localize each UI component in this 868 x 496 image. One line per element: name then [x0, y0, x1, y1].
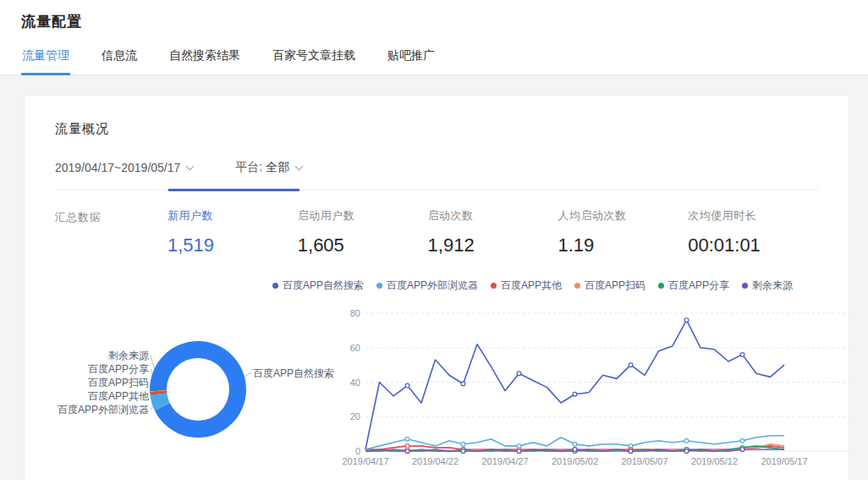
legend-label: 百度APP自然搜索	[283, 278, 364, 293]
legend-dot-icon	[376, 283, 382, 289]
x-tick-label: 2019/05/17	[761, 456, 807, 466]
legend-dot-icon	[272, 283, 278, 289]
data-point-marker	[573, 448, 577, 452]
metric-value: 1.19	[558, 234, 688, 256]
data-point-marker	[629, 449, 633, 454]
legend-item-1[interactable]: 百度APP外部浏览器	[376, 278, 478, 293]
legend-dot-icon	[742, 283, 748, 289]
filters-row: 2019/04/17~2019/05/17 平台: 全部	[55, 160, 818, 175]
legend-item-5[interactable]: 剩余来源	[742, 278, 793, 293]
charts-row: 剩余来源百度APP分享百度APP扫码百度APP其他百度APP外部浏览器 百度AP…	[55, 273, 818, 484]
tab-1[interactable]: 信息流	[101, 41, 138, 75]
donut-ring[interactable]	[150, 341, 246, 438]
data-point-marker	[517, 449, 521, 454]
metric-label: 次均使用时长	[688, 208, 818, 223]
x-tick-label: 2019/04/17	[342, 456, 388, 466]
legend-item-0[interactable]: 百度APP自然搜索	[272, 278, 364, 293]
metric-value: 1,912	[428, 234, 558, 256]
line-series-0	[365, 320, 784, 449]
data-point-marker	[461, 442, 465, 446]
data-point-marker	[405, 437, 409, 441]
platform-select[interactable]: 平台: 全部	[235, 160, 302, 175]
stats-row: 汇总数据 新用户数1,519启动用户数1,605启动次数1,912人均启动次数1…	[55, 190, 818, 256]
legend-dot-icon	[574, 283, 580, 289]
tab-4[interactable]: 贴吧推广	[387, 41, 436, 75]
metric-0[interactable]: 新用户数1,519	[168, 208, 298, 256]
pie-label: 百度APP外部浏览器	[55, 403, 149, 416]
page-header: 流量配置	[0, 0, 868, 41]
chevron-down-icon	[295, 162, 304, 170]
chevron-down-icon	[186, 162, 195, 170]
legend-dot-icon	[491, 283, 497, 289]
data-point-marker	[684, 438, 689, 443]
legend-item-2[interactable]: 百度APP其他	[491, 278, 562, 293]
data-point-marker	[517, 372, 521, 376]
chart-section: 百度APP自然搜索百度APP外部浏览器百度APP其他百度APP扫码百度APP分享…	[55, 273, 818, 484]
y-tick-label: 80	[350, 308, 360, 318]
y-tick-label: 0	[355, 446, 360, 456]
donut-chart: 剩余来源百度APP分享百度APP扫码百度APP其他百度APP外部浏览器 百度AP…	[55, 302, 349, 484]
date-range-picker[interactable]: 2019/04/17~2019/05/17	[55, 161, 193, 174]
tab-0[interactable]: 流量管理	[21, 41, 70, 75]
legend-label: 剩余来源	[752, 278, 793, 293]
y-tick-label: 40	[350, 378, 360, 388]
data-point-marker	[740, 353, 744, 357]
legend-dot-icon	[658, 283, 664, 289]
pie-label: 百度APP扫码	[55, 376, 149, 389]
x-tick-label: 2019/05/02	[552, 456, 598, 466]
card-title: 流量概况	[55, 121, 818, 137]
data-point-marker	[461, 449, 465, 454]
metric-label: 人均启动次数	[558, 208, 688, 223]
date-range-value: 2019/04/17~2019/05/17	[55, 161, 180, 174]
legend-item-3[interactable]: 百度APP扫码	[574, 278, 646, 293]
metric-2[interactable]: 启动次数1,912	[428, 208, 558, 256]
legend-label: 百度APP其他	[501, 278, 562, 293]
pie-left-labels: 剩余来源百度APP分享百度APP扫码百度APP其他百度APP外部浏览器	[55, 349, 149, 416]
x-tick-label: 2019/05/12	[691, 456, 738, 466]
metric-value: 1,519	[168, 234, 298, 256]
metric-label: 启动次数	[428, 208, 558, 223]
summary-data-label: 汇总数据	[55, 208, 168, 256]
line-chart: 0204060802019/04/172019/04/222019/04/272…	[349, 302, 821, 484]
pie-label: 百度APP分享	[55, 362, 149, 376]
metric-value: 00:01:01	[688, 234, 818, 256]
stats-divider	[55, 190, 818, 190]
data-point-marker	[405, 449, 409, 454]
platform-value: 全部	[266, 160, 289, 175]
data-point-marker	[573, 442, 577, 446]
data-point-marker	[740, 438, 744, 443]
data-point-marker	[461, 382, 465, 386]
metric-4[interactable]: 次均使用时长00:01:01	[688, 208, 818, 256]
metric-3[interactable]: 人均启动次数1.19	[558, 208, 688, 256]
x-tick-label: 2019/04/27	[481, 456, 528, 466]
legend-label: 百度APP扫码	[585, 278, 646, 293]
platform-label: 平台:	[235, 160, 262, 175]
line-chart-svg: 0204060802019/04/172019/04/222019/04/272…	[349, 302, 821, 482]
data-point-marker	[405, 383, 409, 388]
top-tabbar: 流量管理信息流自然搜索结果百家号文章挂载贴吧推广	[0, 41, 868, 75]
tab-3[interactable]: 百家号文章挂载	[272, 41, 356, 75]
pie-label: 剩余来源	[55, 349, 149, 362]
legend-label: 百度APP外部浏览器	[387, 278, 478, 293]
page-title: 流量配置	[21, 12, 847, 31]
active-metric-underline	[168, 189, 299, 191]
tab-2[interactable]: 自然搜索结果	[168, 41, 241, 75]
traffic-overview-card: 流量概况 2019/04/17~2019/05/17 平台: 全部 汇总数据 新…	[24, 95, 849, 480]
data-point-marker	[740, 448, 744, 452]
metric-1[interactable]: 启动用户数1,605	[298, 208, 428, 256]
x-tick-label: 2019/04/22	[412, 456, 459, 466]
legend-item-4[interactable]: 百度APP分享	[658, 278, 729, 293]
pie-label: 百度APP自然搜索	[253, 366, 334, 381]
data-point-marker	[629, 363, 633, 367]
x-tick-label: 2019/05/07	[621, 456, 667, 466]
data-point-marker	[684, 449, 689, 454]
data-point-marker	[684, 318, 689, 322]
legend-label: 百度APP分享	[668, 278, 729, 293]
content-canvas: 流量概况 2019/04/17~2019/05/17 平台: 全部 汇总数据 新…	[0, 75, 868, 480]
y-tick-label: 60	[350, 343, 360, 353]
metric-label: 启动用户数	[298, 208, 428, 223]
metric-label: 新用户数	[168, 208, 298, 223]
y-tick-label: 20	[350, 411, 360, 422]
metric-value: 1,605	[298, 234, 428, 256]
pie-label: 百度APP其他	[55, 389, 149, 403]
